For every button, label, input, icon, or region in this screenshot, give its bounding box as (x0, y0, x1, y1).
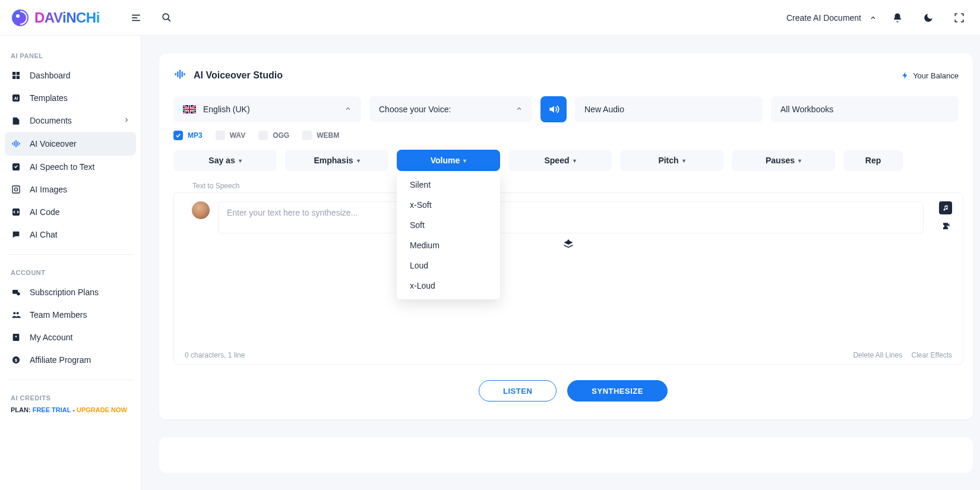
format-row: MP3 WAV OGG WEBM (173, 131, 973, 140)
sidebar-item-affiliate[interactable]: $ Affiliate Program (5, 349, 136, 371)
sidebar-item-label: AI Images (30, 185, 67, 194)
create-ai-document-menu[interactable]: Create AI Document (786, 13, 877, 23)
volume-option-silent[interactable]: Silent (397, 175, 500, 195)
sidebar-item-ai-voiceover[interactable]: AI Voiceover (5, 132, 136, 156)
ssml-controls-row: Say as▾ Emphasis▾ Volume▾ Silent x-Soft … (173, 150, 973, 171)
sidebar-item-label: AI Code (30, 207, 60, 217)
voice-placeholder: Choose your Voice: (379, 105, 451, 114)
volume-option-xloud[interactable]: x-Loud (397, 276, 500, 296)
subscription-icon (11, 287, 21, 297)
svg-rect-10 (17, 76, 20, 79)
bolt-icon (901, 71, 909, 80)
char-count: 0 characters, 1 line (185, 351, 245, 359)
sidebar-item-label: Affiliate Program (30, 355, 91, 365)
create-label: Create AI Document (786, 13, 861, 23)
sidebar-item-team[interactable]: Team Members (5, 304, 136, 326)
sidebar-item-label: Team Members (30, 310, 87, 320)
balance-indicator[interactable]: Your Balance (901, 71, 959, 80)
ssml-say-as[interactable]: Say as▾ (173, 150, 277, 171)
tts-textarea[interactable] (218, 201, 924, 233)
svg-text:AI: AI (14, 96, 18, 100)
sidebar-item-templates[interactable]: AI Templates (5, 87, 136, 109)
volume-option-soft[interactable]: Soft (397, 215, 500, 235)
sidebar-item-label: Templates (30, 93, 68, 103)
clear-effects-link[interactable]: Clear Effects (912, 351, 952, 359)
sidebar-item-my-account[interactable]: My Account (5, 326, 136, 349)
synthesize-button[interactable]: SYNTHESIZE (567, 380, 668, 402)
ssml-volume[interactable]: Volume▾ (397, 150, 500, 171)
listen-button[interactable]: LISTEN (479, 380, 557, 402)
tts-editor: 0 characters, 1 line Delete All Lines Cl… (173, 192, 963, 365)
sidebar-item-dashboard[interactable]: Dashboard (5, 64, 136, 87)
affiliate-icon: $ (11, 355, 21, 365)
balance-label: Your Balance (913, 71, 959, 80)
images-icon (11, 185, 21, 194)
sidebar-item-label: AI Voiceover (30, 139, 77, 148)
templates-icon: AI (11, 93, 21, 103)
add-layer-icon[interactable] (563, 239, 574, 252)
divider (7, 380, 134, 380)
plan-upgrade-link[interactable]: UPGRADE NOW (77, 406, 127, 413)
sidebar-item-documents[interactable]: Documents (5, 109, 136, 132)
menu-toggle-icon[interactable] (126, 8, 146, 28)
format-wav[interactable]: WAV (216, 131, 245, 140)
sidebar: AI PANEL Dashboard AI Templates Document… (0, 36, 141, 490)
volume-option-xsoft[interactable]: x-Soft (397, 195, 500, 215)
svg-point-5 (163, 14, 169, 20)
account-icon (11, 333, 21, 342)
workbook-select[interactable]: All Workbooks (771, 96, 959, 122)
topbar: DAViNCHi Create AI Document (0, 0, 980, 36)
plan-free-trial[interactable]: FREE TRIAL (33, 406, 71, 413)
svg-text:$: $ (15, 358, 18, 363)
delete-all-lines-link[interactable]: Delete All Lines (853, 351, 902, 359)
volume-dropdown: Silent x-Soft Soft Medium Loud x-Loud (397, 171, 500, 299)
page-title: AI Voiceover Studio (194, 70, 283, 81)
preview-voice-button[interactable] (540, 96, 567, 122)
volume-option-medium[interactable]: Medium (397, 235, 500, 255)
format-ogg[interactable]: OGG (258, 131, 289, 140)
tts-section-label: Text to Speech (192, 182, 973, 190)
format-webm[interactable]: WEBM (302, 131, 339, 140)
brand-logo[interactable]: DAViNCHi (11, 8, 100, 27)
music-note-icon[interactable] (939, 201, 952, 214)
dark-mode-icon[interactable] (918, 8, 938, 28)
ssml-pauses[interactable]: Pauses▾ (732, 150, 835, 171)
results-card (159, 437, 973, 473)
ssml-pitch[interactable]: Pitch▾ (620, 150, 723, 171)
ssml-emphasis[interactable]: Emphasis▾ (285, 150, 388, 171)
ssml-speed[interactable]: Speed▾ (508, 150, 612, 171)
voiceover-icon (11, 138, 21, 149)
sidebar-section-account: ACCOUNT (5, 263, 136, 281)
sidebar-item-label: AI Chat (30, 230, 58, 239)
sidebar-item-ai-images[interactable]: AI Images (5, 178, 136, 201)
audio-name-input[interactable] (575, 96, 763, 122)
voice-select[interactable]: Choose your Voice: (369, 96, 532, 122)
team-icon (11, 310, 21, 320)
notifications-icon[interactable] (887, 8, 908, 28)
sidebar-item-subscription[interactable]: Subscription Plans (5, 281, 136, 304)
brand-wordmark: DAViNCHi (34, 10, 100, 26)
uk-flag-icon (183, 105, 196, 113)
speech-to-text-icon (11, 162, 21, 172)
svg-rect-19 (12, 186, 20, 193)
ssml-replace[interactable]: Rep (843, 150, 903, 171)
fullscreen-icon[interactable] (949, 8, 969, 28)
chevron-up-icon (870, 14, 877, 21)
divider (7, 254, 134, 255)
sidebar-item-ai-code[interactable]: AI Code (5, 201, 136, 223)
language-select[interactable]: English (UK) (173, 96, 361, 122)
sidebar-section-ai-panel: AI PANEL (5, 46, 136, 64)
search-icon[interactable] (157, 8, 177, 28)
volume-option-loud[interactable]: Loud (397, 255, 500, 276)
sidebar-item-ai-chat[interactable]: AI Chat (5, 223, 136, 246)
chat-icon (11, 230, 21, 239)
logo-glyph-icon (11, 8, 30, 27)
svg-point-1 (16, 14, 20, 18)
sidebar-item-label: My Account (30, 333, 72, 342)
hourglass-remove-icon[interactable] (939, 220, 952, 233)
svg-line-6 (168, 19, 170, 21)
plan-status: PLAN: FREE TRIAL - UPGRADE NOW (5, 406, 136, 413)
sidebar-item-speech-to-text[interactable]: AI Speech to Text (5, 156, 136, 178)
format-mp3[interactable]: MP3 (173, 131, 203, 140)
voice-avatar[interactable] (192, 201, 210, 219)
